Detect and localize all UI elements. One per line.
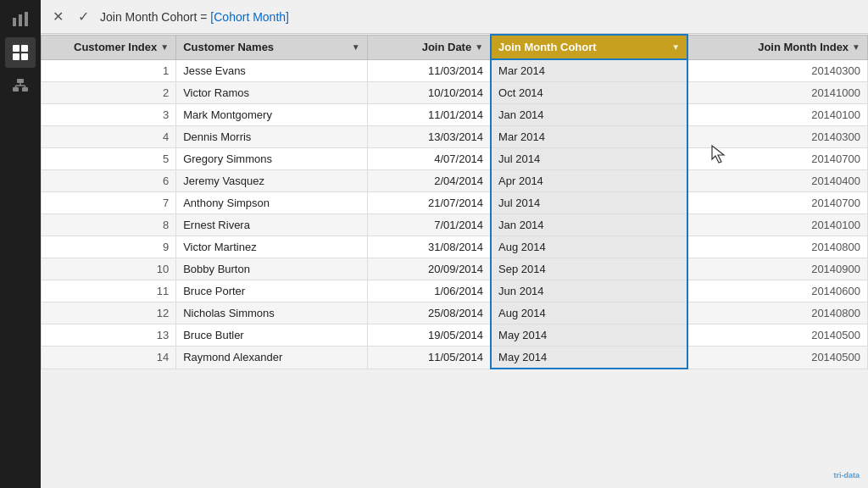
cell-join-date: 11/03/2014 xyxy=(367,59,491,82)
col-header-join-date[interactable]: Join Date ▼ xyxy=(367,35,491,59)
table-row: 13Bruce Butler19/05/2014May 201420140500 xyxy=(42,324,868,347)
cell-customer-index: 6 xyxy=(42,170,176,192)
table-header-row: Customer Index ▼ Customer Names ▼ Join D… xyxy=(42,35,868,59)
cell-join-date: 11/05/2014 xyxy=(367,347,491,369)
cell-customer-index: 5 xyxy=(42,148,176,170)
cell-join-month-cohort: May 2014 xyxy=(491,324,687,347)
cell-join-month-index: 20141000 xyxy=(687,82,867,104)
cell-customer-name: Anthony Simpson xyxy=(176,192,368,214)
table-row: 9Victor Martinez31/08/2014Aug 2014201408… xyxy=(42,236,868,258)
table-row: 10Bobby Burton20/09/2014Sep 201420140900 xyxy=(42,258,868,280)
confirm-button[interactable]: ✓ xyxy=(73,7,93,27)
cell-join-month-cohort: Mar 2014 xyxy=(491,126,687,148)
col-header-join-month-index-label: Join Month Index xyxy=(758,41,849,53)
table-row: 14Raymond Alexander11/05/2014May 2014201… xyxy=(42,347,868,369)
cell-join-month-cohort: Oct 2014 xyxy=(491,82,687,104)
col-join-month-index-dropdown-icon[interactable]: ▼ xyxy=(852,42,860,52)
cell-customer-name: Mark Montgomery xyxy=(176,104,368,126)
cell-join-month-cohort: Apr 2014 xyxy=(491,170,687,192)
hierarchy-icon[interactable] xyxy=(5,71,36,102)
cell-join-month-index: 20140300 xyxy=(687,59,867,82)
col-join-month-cohort-dropdown-icon[interactable]: ▼ xyxy=(671,42,680,52)
cell-join-month-index: 20140700 xyxy=(687,148,867,170)
col-header-join-month-cohort-label: Join Month Cohort xyxy=(498,41,597,53)
cell-join-date: 21/07/2014 xyxy=(367,192,491,214)
cell-join-date: 25/08/2014 xyxy=(367,302,491,324)
col-header-join-month-cohort[interactable]: Join Month Cohort ▼ xyxy=(491,35,687,59)
cell-customer-index: 12 xyxy=(42,302,176,324)
cell-join-month-cohort: Jan 2014 xyxy=(491,104,687,126)
svg-rect-1 xyxy=(19,14,22,26)
table-row: 4Dennis Morris13/03/2014Mar 201420140300 xyxy=(42,126,868,148)
svg-rect-8 xyxy=(13,87,19,92)
main-area: ✕ ✓ Join Month Cohort = [Cohort Month] C… xyxy=(41,0,868,488)
col-join-date-dropdown-icon[interactable]: ▼ xyxy=(475,42,483,52)
cell-customer-name: Bobby Burton xyxy=(176,258,368,280)
svg-rect-7 xyxy=(17,79,24,83)
col-header-customer-names[interactable]: Customer Names ▼ xyxy=(176,35,368,59)
cell-customer-index: 10 xyxy=(42,258,176,280)
formula-expression: Join Month Cohort = [Cohort Month] xyxy=(100,10,861,24)
cell-join-month-index: 20140100 xyxy=(687,104,867,126)
col-customer-names-dropdown-icon[interactable]: ▼ xyxy=(352,42,360,52)
cell-join-month-cohort: Mar 2014 xyxy=(491,59,687,82)
cell-join-date: 11/01/2014 xyxy=(367,104,491,126)
cell-join-month-cohort: Jun 2014 xyxy=(491,280,687,302)
cell-customer-name: Jeremy Vasquez xyxy=(176,170,368,192)
table-row: 8Ernest Rivera7/01/2014Jan 201420140100 xyxy=(42,214,868,236)
cell-customer-index: 13 xyxy=(42,324,176,347)
formula-highlighted-text: [Cohort Month] xyxy=(210,10,289,24)
cell-customer-name: Victor Martinez xyxy=(176,236,368,258)
data-table-container[interactable]: Customer Index ▼ Customer Names ▼ Join D… xyxy=(41,34,868,488)
sidebar xyxy=(0,0,41,488)
cell-join-month-index: 20140900 xyxy=(687,258,867,280)
formula-plain-text: Join Month Cohort = xyxy=(100,10,210,24)
cell-customer-name: Raymond Alexander xyxy=(176,347,368,369)
cell-join-month-index: 20140500 xyxy=(687,324,867,347)
cell-customer-index: 1 xyxy=(42,59,176,82)
cell-join-date: 19/05/2014 xyxy=(367,324,491,347)
cell-join-date: 2/04/2014 xyxy=(367,170,491,192)
col-header-join-date-label: Join Date xyxy=(422,41,472,53)
cell-join-date: 7/01/2014 xyxy=(367,214,491,236)
formula-bar: ✕ ✓ Join Month Cohort = [Cohort Month] xyxy=(41,0,868,34)
table-row: 12Nicholas Simmons25/08/2014Aug 20142014… xyxy=(42,302,868,324)
svg-rect-6 xyxy=(21,53,28,60)
cell-join-month-cohort: May 2014 xyxy=(491,347,687,369)
cell-join-month-cohort: Jul 2014 xyxy=(491,192,687,214)
cell-join-date: 4/07/2014 xyxy=(367,148,491,170)
cell-join-month-cohort: Aug 2014 xyxy=(491,302,687,324)
cell-customer-name: Bruce Butler xyxy=(176,324,368,347)
cell-customer-name: Victor Ramos xyxy=(176,82,368,104)
cell-join-date: 13/03/2014 xyxy=(367,126,491,148)
svg-rect-2 xyxy=(25,12,28,26)
cell-customer-name: Bruce Porter xyxy=(176,280,368,302)
cell-join-month-index: 20140100 xyxy=(687,214,867,236)
cell-join-month-index: 20140500 xyxy=(687,347,867,369)
cell-join-month-index: 20140300 xyxy=(687,126,867,148)
cell-customer-name: Dennis Morris xyxy=(176,126,368,148)
cell-customer-index: 4 xyxy=(42,126,176,148)
col-header-customer-index-label: Customer Index xyxy=(74,41,157,53)
svg-rect-3 xyxy=(13,45,19,52)
table-row: 7Anthony Simpson21/07/2014Jul 2014201407… xyxy=(42,192,868,214)
svg-rect-0 xyxy=(13,18,16,26)
col-header-customer-index[interactable]: Customer Index ▼ xyxy=(42,35,176,59)
cell-customer-name: Nicholas Simmons xyxy=(176,302,368,324)
cell-join-month-index: 20140600 xyxy=(687,280,867,302)
bar-chart-icon[interactable] xyxy=(5,3,36,34)
cancel-button[interactable]: ✕ xyxy=(47,7,68,27)
data-table: Customer Index ▼ Customer Names ▼ Join D… xyxy=(41,34,868,369)
table-row: 5Gregory Simmons4/07/2014Jul 20142014070… xyxy=(42,148,868,170)
svg-rect-4 xyxy=(21,45,28,52)
grid-icon[interactable] xyxy=(5,37,36,68)
col-header-join-month-index[interactable]: Join Month Index ▼ xyxy=(687,35,867,59)
col-header-customer-names-label: Customer Names xyxy=(183,41,274,53)
cell-customer-index: 3 xyxy=(42,104,176,126)
cell-join-date: 10/10/2014 xyxy=(367,82,491,104)
cell-customer-index: 7 xyxy=(42,192,176,214)
cell-join-month-cohort: Aug 2014 xyxy=(491,236,687,258)
col-customer-index-dropdown-icon[interactable]: ▼ xyxy=(160,42,169,52)
table-row: 2Victor Ramos10/10/2014Oct 201420141000 xyxy=(42,82,868,104)
cell-join-month-cohort: Jul 2014 xyxy=(491,148,687,170)
